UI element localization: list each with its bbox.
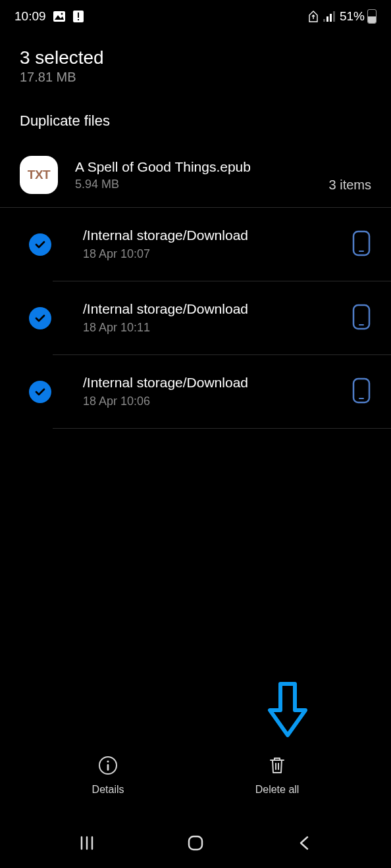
details-label: Details xyxy=(92,784,124,796)
list-item[interactable]: /Internal storage/Download 18 Apr 10:07 xyxy=(53,208,391,281)
txt-file-icon: TXT xyxy=(20,156,58,194)
section-title: Duplicate files xyxy=(0,94,391,143)
list-item[interactable]: /Internal storage/Download 18 Apr 10:06 xyxy=(53,355,391,429)
svg-rect-18 xyxy=(107,764,109,771)
file-size: 5.94 MB xyxy=(75,178,329,191)
svg-point-17 xyxy=(107,760,109,762)
svg-rect-11 xyxy=(359,251,364,252)
picture-icon xyxy=(53,10,66,23)
alert-icon xyxy=(72,10,84,23)
svg-rect-9 xyxy=(333,11,335,22)
svg-rect-4 xyxy=(78,12,79,18)
phone-storage-icon xyxy=(352,229,371,260)
item-path: /Internal storage/Download xyxy=(83,228,352,243)
bottom-toolbar: Details Delete all xyxy=(0,751,391,809)
item-path: /Internal storage/Download xyxy=(83,301,352,317)
status-time: 10:09 xyxy=(14,9,46,24)
trash-icon xyxy=(267,755,288,779)
svg-rect-5 xyxy=(78,19,79,20)
battery-icon xyxy=(367,9,377,24)
checkbox-checked-icon[interactable] xyxy=(29,233,51,256)
data-icon xyxy=(308,11,319,22)
item-path: /Internal storage/Download xyxy=(83,375,352,391)
svg-rect-0 xyxy=(53,11,65,22)
details-button[interactable]: Details xyxy=(72,751,144,800)
checkbox-checked-icon[interactable] xyxy=(29,307,51,329)
file-name: A Spell of Good Things.epub xyxy=(75,159,329,175)
svg-rect-6 xyxy=(323,19,325,22)
list-item[interactable]: /Internal storage/Download 18 Apr 10:11 xyxy=(53,281,391,355)
svg-rect-13 xyxy=(359,324,364,326)
svg-point-2 xyxy=(61,13,63,15)
item-date: 18 Apr 10:06 xyxy=(83,395,352,408)
pointer-arrow-icon xyxy=(265,680,311,743)
selection-header: 3 selected 17.81 MB xyxy=(0,29,391,94)
item-date: 18 Apr 10:07 xyxy=(83,247,352,261)
svg-rect-15 xyxy=(359,398,364,399)
svg-rect-24 xyxy=(189,836,202,850)
selected-size: 17.81 MB xyxy=(20,70,371,85)
delete-all-label: Delete all xyxy=(255,784,300,796)
svg-rect-8 xyxy=(330,14,332,22)
checkbox-checked-icon[interactable] xyxy=(29,381,51,403)
item-date: 18 Apr 10:11 xyxy=(83,321,352,335)
file-count: 3 items xyxy=(329,178,371,193)
phone-storage-icon xyxy=(352,303,371,333)
navigation-bar xyxy=(0,818,391,868)
home-button[interactable] xyxy=(182,830,209,856)
phone-storage-icon xyxy=(352,377,371,407)
back-button[interactable] xyxy=(291,830,317,856)
selected-count: 3 selected xyxy=(20,47,371,68)
recents-button[interactable] xyxy=(74,830,100,856)
file-group-header[interactable]: TXT A Spell of Good Things.epub 5.94 MB … xyxy=(0,143,391,208)
status-bar: 10:09 51% xyxy=(0,0,391,29)
info-icon xyxy=(97,755,118,779)
svg-rect-7 xyxy=(326,16,328,22)
delete-all-button[interactable]: Delete all xyxy=(236,751,319,800)
battery-percentage: 51% xyxy=(340,9,365,24)
signal-icon xyxy=(323,11,336,22)
